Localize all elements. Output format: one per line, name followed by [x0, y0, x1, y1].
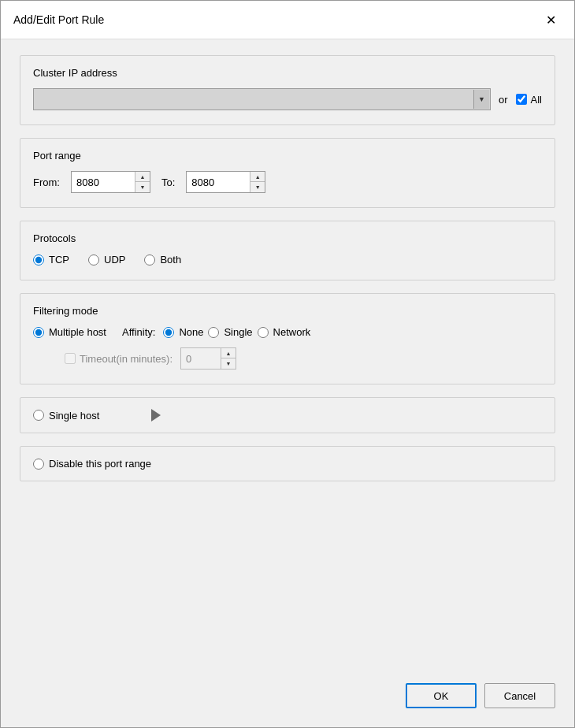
cluster-ip-row: ▼ or All	[33, 88, 542, 110]
timeout-label: Timeout(in minutes):	[80, 353, 172, 365]
both-radio-item: Both	[144, 254, 181, 266]
single-host-radio-item: Single host	[33, 409, 542, 422]
tcp-radio-item: TCP	[33, 254, 69, 266]
single-host-label[interactable]: Single host	[49, 410, 99, 422]
udp-radio-item: UDP	[88, 254, 125, 266]
affinity-label: Affinity:	[122, 326, 155, 338]
timeout-spinner-buttons: ▲ ▼	[221, 348, 236, 369]
port-range-label: Port range	[33, 150, 542, 162]
dialog-body: Cluster IP address ▼ or All Port range	[1, 39, 574, 670]
single-host-radio[interactable]	[33, 410, 44, 421]
to-spinner-wrap: 8080 ▲ ▼	[186, 171, 265, 193]
affinity-network-label[interactable]: Network	[273, 326, 311, 338]
filtering-mode-label: Filtering mode	[33, 305, 542, 317]
cluster-ip-section: Cluster IP address ▼ or All	[20, 55, 555, 125]
port-range-section: Port range From: 8080 ▲ ▼ To: 8080 ▲ ▼	[20, 138, 555, 208]
disable-port-section: Disable this port range	[20, 446, 555, 481]
timeout-checkbox[interactable]	[65, 353, 76, 364]
all-checkbox-wrap: All	[516, 94, 542, 106]
cluster-ip-select[interactable]	[33, 88, 491, 110]
port-range-row: From: 8080 ▲ ▼ To: 8080 ▲ ▼	[33, 171, 542, 193]
filtering-main-row: Multiple host Affinity: None Single Netw…	[33, 326, 542, 338]
button-row: OK Cancel	[1, 670, 574, 727]
all-label[interactable]: All	[531, 94, 542, 106]
affinity-none-item: None	[163, 326, 203, 338]
from-spinner-wrap: 8080 ▲ ▼	[71, 171, 150, 193]
udp-radio[interactable]	[88, 254, 99, 266]
add-edit-port-rule-dialog: Add/Edit Port Rule ✕ Cluster IP address …	[0, 0, 575, 728]
protocols-label: Protocols	[33, 232, 542, 244]
timeout-decrement-button[interactable]: ▼	[221, 358, 236, 369]
protocols-radio-row: TCP UDP Both	[33, 254, 542, 266]
affinity-single-item: Single	[208, 326, 252, 338]
protocols-section: Protocols TCP UDP Both	[20, 221, 555, 280]
disable-port-radio-item: Disable this port range	[33, 458, 542, 470]
or-text: or	[499, 94, 508, 106]
affinity-group: Affinity: None Single Network	[122, 326, 310, 338]
disable-port-radio[interactable]	[33, 459, 44, 470]
timeout-spinner-wrap: 0 ▲ ▼	[180, 347, 236, 370]
affinity-single-radio[interactable]	[208, 327, 219, 338]
from-decrement-button[interactable]: ▼	[135, 182, 150, 192]
affinity-none-label[interactable]: None	[179, 326, 203, 338]
cancel-button[interactable]: Cancel	[484, 683, 555, 708]
udp-label[interactable]: UDP	[104, 254, 125, 266]
affinity-network-radio[interactable]	[258, 327, 269, 338]
from-input[interactable]: 8080	[72, 172, 135, 192]
from-spinner-buttons: ▲ ▼	[135, 172, 150, 192]
to-label: To:	[161, 176, 175, 188]
affinity-none-radio[interactable]	[163, 327, 174, 338]
all-checkbox[interactable]	[516, 94, 527, 105]
single-host-section: Single host	[20, 397, 555, 433]
close-button[interactable]: ✕	[540, 9, 562, 31]
to-spinner-buttons: ▲ ▼	[250, 172, 265, 192]
timeout-row: Timeout(in minutes): 0 ▲ ▼	[65, 347, 542, 370]
multiple-host-label[interactable]: Multiple host	[49, 326, 106, 338]
disable-port-label[interactable]: Disable this port range	[49, 458, 151, 470]
to-decrement-button[interactable]: ▼	[250, 182, 265, 192]
timeout-increment-button[interactable]: ▲	[221, 348, 236, 358]
affinity-network-item: Network	[258, 326, 311, 338]
filtering-mode-section: Filtering mode Multiple host Affinity: N…	[20, 293, 555, 384]
tcp-radio[interactable]	[33, 254, 44, 266]
multiple-host-radio[interactable]	[33, 327, 44, 338]
cursor-icon	[151, 409, 161, 422]
cluster-ip-select-wrap: ▼	[33, 88, 491, 110]
to-input[interactable]: 8080	[187, 172, 250, 192]
from-label: From:	[33, 176, 60, 188]
affinity-single-label[interactable]: Single	[224, 326, 252, 338]
timeout-checkbox-wrap: Timeout(in minutes):	[65, 353, 172, 365]
multiple-host-radio-item: Multiple host	[33, 326, 106, 338]
timeout-input[interactable]: 0	[181, 348, 221, 369]
both-radio[interactable]	[144, 254, 155, 266]
from-increment-button[interactable]: ▲	[135, 172, 150, 182]
tcp-label[interactable]: TCP	[49, 254, 69, 266]
cluster-ip-label: Cluster IP address	[33, 67, 542, 79]
title-bar: Add/Edit Port Rule ✕	[1, 1, 574, 39]
to-increment-button[interactable]: ▲	[250, 172, 265, 182]
both-label[interactable]: Both	[160, 254, 181, 266]
ok-button[interactable]: OK	[406, 683, 477, 708]
dialog-title: Add/Edit Port Rule	[13, 13, 104, 26]
